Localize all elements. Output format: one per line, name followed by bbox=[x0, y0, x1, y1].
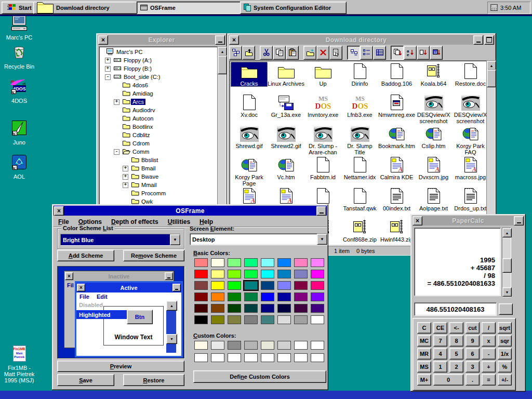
file-item-cslip-htm[interactable]: Cslip.htm bbox=[415, 124, 452, 149]
desktop-icon-aol[interactable]: AOL bbox=[3, 154, 36, 180]
file-item-lfnb3-exe[interactable]: MSDOSLfnb3.exe bbox=[341, 93, 378, 118]
custom-color-swatch[interactable] bbox=[228, 341, 241, 350]
close-icon[interactable]: × bbox=[229, 35, 239, 45]
basic-color-swatch[interactable] bbox=[277, 315, 291, 324]
basic-color-swatch[interactable] bbox=[228, 270, 241, 278]
copy-button[interactable] bbox=[273, 46, 286, 60]
basic-color-swatch[interactable] bbox=[294, 304, 308, 313]
calc-button-mc[interactable]: MC bbox=[417, 335, 431, 347]
file-item-calmira-kde[interactable]: ACalmira KDE bbox=[378, 155, 415, 180]
basic-color-swatch[interactable] bbox=[277, 258, 291, 267]
basic-color-swatch[interactable] bbox=[211, 281, 224, 290]
basic-color-swatch[interactable] bbox=[211, 315, 224, 324]
calc-button-ms[interactable]: MS bbox=[417, 361, 431, 373]
custom-color-swatch[interactable] bbox=[244, 341, 258, 350]
close-icon[interactable]: × bbox=[54, 206, 64, 216]
expand-plus-icon[interactable]: + bbox=[123, 182, 128, 188]
basic-color-swatch[interactable] bbox=[244, 270, 258, 278]
calc-button-1-x[interactable]: 1/x bbox=[498, 348, 512, 360]
scroll-down-icon[interactable]: ▼ bbox=[502, 287, 512, 297]
basic-color-swatch[interactable] bbox=[211, 292, 224, 301]
file-item-aolpage-txt[interactable]: Aolpage.txt bbox=[415, 187, 452, 211]
expand-plus-icon[interactable]: + bbox=[114, 99, 119, 105]
tree-item-boot-side-c-[interactable]: -Boot_side (C:) bbox=[99, 73, 218, 81]
tree-item-arcs[interactable]: +Arcs bbox=[99, 98, 218, 106]
chevron-down-icon[interactable]: ▼ bbox=[170, 234, 180, 245]
scroll-up-icon[interactable]: ▲ bbox=[487, 61, 496, 70]
custom-color-swatch[interactable] bbox=[211, 341, 224, 350]
basic-color-swatch[interactable] bbox=[311, 304, 324, 313]
basic-color-swatch[interactable] bbox=[261, 315, 274, 324]
file-item-dvxscrn-jpg[interactable]: ADvxscrn.jpg bbox=[415, 155, 452, 180]
basic-color-swatch[interactable] bbox=[261, 270, 274, 278]
view-large-button[interactable] bbox=[347, 46, 360, 60]
custom-color-swatch[interactable] bbox=[228, 353, 241, 362]
properties-button[interactable] bbox=[329, 46, 342, 60]
tree-item-audiodrv[interactable]: Audiodrv bbox=[99, 106, 218, 114]
osframe-titlebar[interactable]: × OSFrame bbox=[54, 206, 327, 216]
tree-item-cdblitz[interactable]: Cdblitz bbox=[99, 131, 218, 139]
calc-button-m-[interactable]: M+ bbox=[417, 374, 431, 385]
calc-button-cut[interactable]: cut bbox=[466, 322, 480, 334]
calc-button--[interactable]: + bbox=[482, 361, 496, 373]
calc-button-c[interactable]: C bbox=[417, 322, 431, 334]
folder-up-button[interactable] bbox=[242, 46, 255, 60]
file-item-xv-doc[interactable]: Xv.doc bbox=[231, 93, 268, 118]
file-item-00index-txt[interactable]: 00index.txt bbox=[378, 187, 415, 211]
file-item-restore-doc[interactable]: Restore.doc bbox=[452, 62, 487, 87]
explorer-folder-tree[interactable]: Marc's PC+Floppy (A:)+Floppy (B:)-Boot_s… bbox=[99, 46, 218, 207]
basic-color-swatch[interactable] bbox=[261, 281, 274, 290]
desktop-icon-juno[interactable]: Juno bbox=[3, 119, 36, 145]
basic-color-swatch[interactable] bbox=[194, 281, 208, 290]
basic-color-swatch[interactable] bbox=[294, 292, 308, 301]
cut-button[interactable] bbox=[260, 46, 273, 60]
file-item-desqview-x-screenshot[interactable]: DESQview/X screenshot bbox=[452, 93, 487, 124]
calc-button-6[interactable]: 6 bbox=[466, 348, 480, 360]
custom-color-swatch[interactable] bbox=[277, 341, 291, 350]
tree-item-mmail[interactable]: +Mmail bbox=[99, 181, 218, 189]
basic-color-swatch[interactable] bbox=[311, 270, 324, 278]
custom-color-swatch[interactable] bbox=[194, 341, 208, 350]
calc-button--[interactable]: = bbox=[482, 374, 496, 385]
file-item-nettamer-idx[interactable]: Nettamer.idx bbox=[341, 155, 378, 180]
file-item-up[interactable]: Up bbox=[304, 62, 341, 87]
basic-color-swatch[interactable] bbox=[228, 292, 241, 301]
calc-button-decimal[interactable]: . bbox=[466, 374, 480, 385]
menu-depth-of-effects[interactable]: Depth of effects bbox=[107, 218, 163, 225]
tree-item-floppy-b-[interactable]: +Floppy (B:) bbox=[99, 64, 218, 73]
tape-scrollbar[interactable]: ▲ ▼ bbox=[502, 228, 511, 297]
file-item-conf868e-zip[interactable]: Conf868e.zip bbox=[341, 218, 378, 243]
basic-color-swatch[interactable] bbox=[244, 258, 258, 267]
file-item-baddog-106[interactable]: Baddog.106 bbox=[378, 62, 415, 87]
calc-button-sqr[interactable]: sqr bbox=[498, 335, 512, 347]
file-item-gr-13a-exe[interactable]: Gr_13a.exe bbox=[268, 93, 304, 118]
calc-button-4[interactable]: 4 bbox=[433, 348, 447, 360]
expand-plus-icon[interactable]: + bbox=[105, 58, 111, 63]
minimize-icon[interactable] bbox=[316, 206, 326, 216]
basic-color-swatch[interactable] bbox=[294, 281, 308, 290]
basic-color-swatch[interactable] bbox=[194, 258, 208, 267]
collapse-minus-icon[interactable]: - bbox=[114, 149, 119, 155]
file-item-bookmark-htm[interactable]: Bookmark.htm bbox=[378, 124, 415, 149]
basic-color-swatch[interactable] bbox=[211, 304, 224, 313]
basic-color-swatch[interactable] bbox=[294, 258, 308, 267]
file-item-fabbtm-id[interactable]: Fabbtm.id bbox=[304, 155, 341, 180]
calc-button-sqrt[interactable]: sqrt bbox=[498, 322, 512, 334]
basic-color-swatch[interactable] bbox=[194, 315, 208, 324]
calc-button-2[interactable]: 2 bbox=[449, 361, 463, 373]
file-item-nmwmreg-exe[interactable]: Nmwmreg.exe bbox=[378, 93, 415, 118]
file-item-dirinfo[interactable]: Dirinfo bbox=[341, 62, 378, 87]
menu-help[interactable]: Help bbox=[195, 218, 218, 225]
basic-color-swatch[interactable] bbox=[311, 292, 324, 301]
task-button-system-configuration-editor[interactable]: System Configuration Editor bbox=[240, 2, 347, 14]
basic-color-swatch[interactable] bbox=[228, 304, 241, 313]
menu-utilities[interactable]: Utilities bbox=[163, 218, 195, 225]
sort-size-button[interactable] bbox=[417, 46, 430, 60]
preview-button[interactable]: Preview bbox=[57, 361, 184, 372]
calc-button-3[interactable]: 3 bbox=[466, 361, 480, 373]
calc-button-9[interactable]: 9 bbox=[466, 335, 480, 347]
file-item-linux-archives[interactable]: Linux Archives bbox=[268, 62, 304, 87]
file-item-drdos-up-txt[interactable]: Drdos_up.txt bbox=[452, 187, 487, 211]
tree-item-bootlinx[interactable]: Bootlinx bbox=[99, 123, 218, 131]
basic-color-swatch[interactable] bbox=[228, 258, 241, 267]
